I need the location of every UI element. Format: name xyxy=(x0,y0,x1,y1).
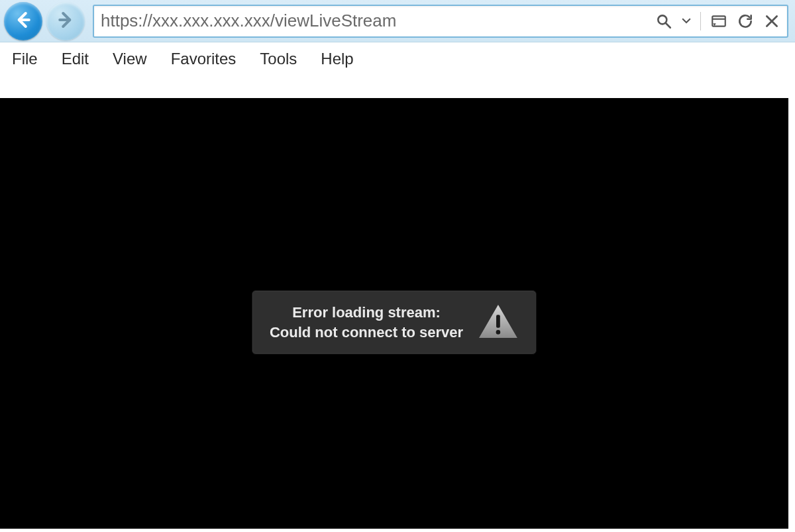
content-area: Error loading stream: Could not connect … xyxy=(0,76,795,529)
nav-toolbar xyxy=(0,0,795,42)
address-bar xyxy=(93,5,788,38)
menu-tools[interactable]: Tools xyxy=(256,48,301,70)
warning-icon xyxy=(478,303,519,342)
arrow-right-icon xyxy=(56,10,76,32)
address-input[interactable] xyxy=(101,11,650,31)
forward-button[interactable] xyxy=(46,2,85,40)
menu-file[interactable]: File xyxy=(8,48,42,70)
error-panel: Error loading stream: Could not connect … xyxy=(252,290,537,354)
menu-edit[interactable]: Edit xyxy=(58,48,93,70)
dropdown-icon[interactable] xyxy=(682,13,691,30)
menu-bar: File Edit View Favorites Tools Help xyxy=(0,42,795,76)
video-player[interactable]: Error loading stream: Could not connect … xyxy=(0,98,788,529)
error-message: Error loading stream: Could not connect … xyxy=(270,303,463,342)
address-bar-icons xyxy=(655,12,780,30)
svg-rect-7 xyxy=(496,315,500,327)
svg-point-8 xyxy=(496,330,501,335)
arrow-left-icon xyxy=(13,10,33,32)
error-line-2: Could not connect to server xyxy=(270,323,463,343)
error-line-1: Error loading stream: xyxy=(270,303,463,323)
refresh-icon[interactable] xyxy=(737,13,754,30)
svg-line-3 xyxy=(666,23,670,28)
search-icon[interactable] xyxy=(655,13,672,30)
menu-favorites[interactable]: Favorites xyxy=(167,48,240,70)
menu-help[interactable]: Help xyxy=(317,48,357,70)
menu-view[interactable]: View xyxy=(109,48,151,70)
back-button[interactable] xyxy=(4,2,42,40)
divider xyxy=(700,12,701,30)
compatibility-view-icon[interactable] xyxy=(710,13,727,30)
stop-icon[interactable] xyxy=(763,13,780,30)
